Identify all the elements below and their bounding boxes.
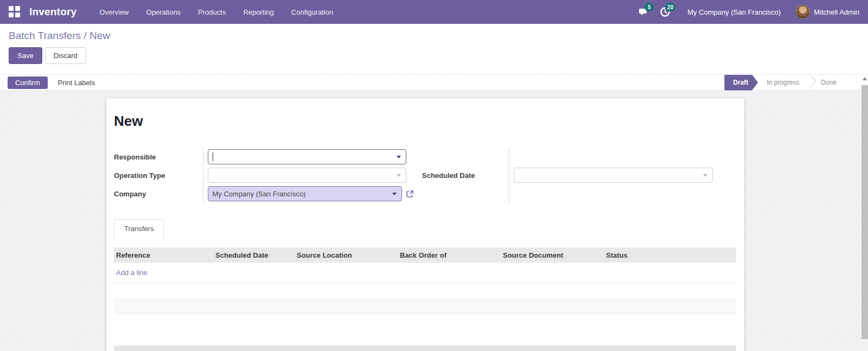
empty-row <box>114 314 736 330</box>
scroll-up-arrow-icon <box>863 77 867 80</box>
company-value: My Company (San Francisco) <box>213 190 306 198</box>
statusbar: Confirm Print Labels Draft In progress D… <box>0 74 868 91</box>
menu-products[interactable]: Products <box>189 0 234 24</box>
record-title: New <box>114 113 736 130</box>
col-source-document[interactable]: Source Document <box>501 251 604 259</box>
col-back-order-of[interactable]: Back Order of <box>398 251 501 259</box>
breadcrumb-current: New <box>90 30 110 41</box>
top-navbar: Inventory Overview Operations Products R… <box>0 0 868 24</box>
form-group-right: Scheduled Date <box>422 148 736 203</box>
tab-transfers[interactable]: Transfers <box>114 219 164 238</box>
form-view-background: New Responsible Operation Type <box>0 91 868 351</box>
menu-configuration[interactable]: Configuration <box>283 0 342 24</box>
menu-operations[interactable]: Operations <box>138 0 190 24</box>
add-a-line-link[interactable]: Add a line <box>114 269 148 277</box>
messages-button[interactable]: 5 <box>634 4 653 20</box>
table-header-row: Reference Scheduled Date Source Location… <box>114 247 736 263</box>
save-button[interactable]: Save <box>9 47 42 64</box>
responsible-field[interactable] <box>208 149 406 164</box>
breadcrumb-separator: / <box>81 30 90 41</box>
state-pipeline: Draft In progress Done <box>724 75 845 91</box>
form-group-left: Responsible Operation Type <box>114 148 419 203</box>
state-in-progress[interactable]: In progress <box>758 79 808 86</box>
discard-button[interactable]: Discard <box>45 47 86 64</box>
dropdown-caret-icon[interactable] <box>397 156 401 158</box>
print-labels-button[interactable]: Print Labels <box>50 76 103 89</box>
user-menu[interactable]: Mitchell Admin <box>796 5 859 19</box>
confirm-button[interactable]: Confirm <box>8 76 48 89</box>
menu-overview[interactable]: Overview <box>91 0 137 24</box>
dropdown-caret-icon[interactable] <box>703 174 707 177</box>
text-cursor <box>213 152 213 161</box>
breadcrumb-parent[interactable]: Batch Transfers <box>9 30 81 41</box>
responsible-label: Responsible <box>114 148 203 166</box>
table-row: Add a line <box>114 263 736 283</box>
form-sheet: New Responsible Operation Type <box>106 98 744 351</box>
operation-type-field[interactable] <box>208 168 406 183</box>
col-status[interactable]: Status <box>604 251 719 259</box>
company-field[interactable]: My Company (San Francisco) <box>208 186 402 201</box>
scheduled-date-label: Scheduled Date <box>422 148 509 203</box>
scheduled-date-field[interactable] <box>514 168 713 183</box>
activities-button[interactable]: 20 <box>656 4 674 20</box>
scrollbar-thumb[interactable] <box>861 85 868 339</box>
scroll-up-button[interactable] <box>861 74 868 83</box>
transfers-table: Reference Scheduled Date Source Location… <box>114 247 736 351</box>
empty-row <box>114 283 736 299</box>
control-panel: Batch Transfers / New Save Discard <box>0 24 868 74</box>
user-name: Mitchell Admin <box>814 8 859 16</box>
table-end-bar <box>114 346 736 351</box>
vertical-scrollbar[interactable] <box>861 74 868 351</box>
state-draft[interactable]: Draft <box>724 75 758 91</box>
operation-type-label: Operation Type <box>114 166 203 184</box>
activities-badge: 20 <box>665 3 675 11</box>
app-title[interactable]: Inventory <box>29 6 76 18</box>
chevron-separator-icon <box>803 76 816 89</box>
external-link-icon[interactable] <box>406 190 414 198</box>
breadcrumb: Batch Transfers / New <box>9 30 859 42</box>
avatar <box>796 5 810 19</box>
col-reference[interactable]: Reference <box>114 251 213 259</box>
dropdown-caret-icon[interactable] <box>397 174 401 177</box>
col-source-location[interactable]: Source Location <box>295 251 398 259</box>
menu-reporting[interactable]: Reporting <box>234 0 282 24</box>
company-switcher[interactable]: My Company (San Francisco) <box>678 8 793 16</box>
messages-badge: 5 <box>644 3 654 11</box>
state-done[interactable]: Done <box>812 79 845 86</box>
col-scheduled-date[interactable]: Scheduled Date <box>213 251 295 259</box>
apps-grid-icon[interactable] <box>9 6 21 18</box>
company-label: Company <box>114 184 203 203</box>
dropdown-caret-icon[interactable] <box>392 193 397 195</box>
main-menu: Overview Operations Products Reporting C… <box>91 0 342 24</box>
empty-row <box>114 299 736 314</box>
